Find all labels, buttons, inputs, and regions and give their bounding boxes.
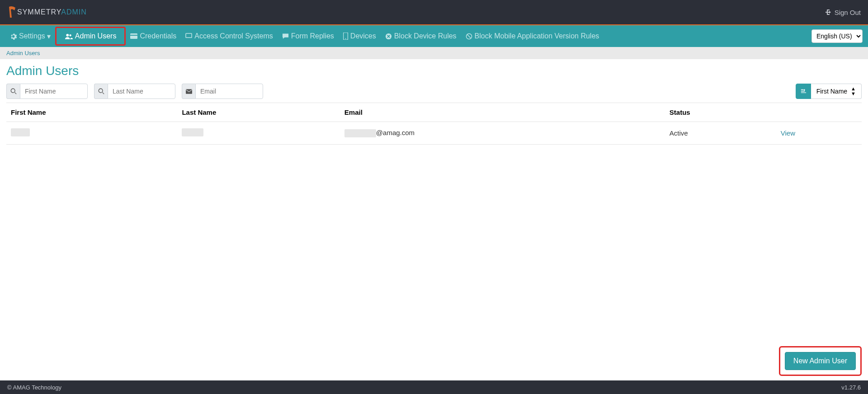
svg-point-9 [11, 89, 15, 93]
nav-block-mobile-rules[interactable]: Block Mobile Application Version Rules [461, 28, 604, 44]
svg-rect-2 [130, 33, 137, 39]
sign-out-button[interactable]: Sign Out [825, 9, 861, 16]
monitor-icon [185, 33, 192, 40]
sort-caret-icon: ▲▼ [851, 86, 856, 96]
redacted-first-name [11, 128, 30, 136]
sort-icon [800, 88, 807, 95]
nav-admin-users[interactable]: Admin Users [60, 28, 121, 44]
table-row: @amag.com Active View [6, 122, 862, 145]
chevron-down-icon: ▾ [47, 32, 51, 41]
svg-point-1 [69, 34, 71, 36]
search-icon [6, 84, 20, 99]
svg-point-6 [345, 38, 346, 39]
view-link[interactable]: View [781, 129, 795, 137]
sort-field-select[interactable]: First Name ▲▼ [811, 84, 862, 99]
nav-settings[interactable]: Settings ▾ [5, 28, 55, 44]
svg-rect-3 [130, 35, 137, 36]
logo-text-1: SYMMETRY [17, 8, 61, 16]
main-nav: Settings ▾ Admin Users Credentials Acces… [0, 25, 868, 47]
brand-logo: SYMMETRYADMIN [7, 6, 87, 19]
nav-access-control[interactable]: Access Control Systems [181, 28, 277, 44]
search-icon [94, 84, 108, 99]
card-icon [130, 33, 137, 39]
mobile-icon [343, 33, 348, 40]
redacted-email-prefix [344, 129, 376, 137]
svg-rect-4 [186, 33, 192, 37]
close-circle-icon [385, 33, 392, 40]
filter-bar: First Name ▲▼ [6, 84, 862, 99]
mail-icon [182, 84, 195, 99]
col-last-name: Last Name [177, 103, 340, 122]
highlight-admin-users: Admin Users [55, 27, 126, 46]
users-icon [65, 33, 73, 40]
breadcrumb-item[interactable]: Admin Users [6, 50, 40, 56]
nav-block-device-rules[interactable]: Block Device Rules [381, 28, 461, 44]
breadcrumb: Admin Users [0, 47, 868, 59]
nav-form-replies[interactable]: Form Replies [278, 28, 339, 44]
first-name-input[interactable] [20, 84, 88, 99]
col-email: Email [340, 103, 665, 122]
nav-credentials[interactable]: Credentials [126, 28, 181, 44]
filter-last-name [94, 84, 175, 99]
block-icon [466, 33, 472, 40]
logo-icon [7, 6, 17, 19]
svg-rect-11 [186, 89, 192, 94]
sign-out-icon [825, 9, 832, 16]
status-cell: Active [665, 122, 776, 145]
sort-direction-button[interactable] [796, 84, 811, 99]
col-first-name: First Name [6, 103, 177, 122]
page-title: Admin Users [6, 64, 862, 78]
gear-icon [10, 33, 17, 40]
top-bar: SYMMETRYADMIN Sign Out [0, 0, 868, 25]
filter-first-name [6, 84, 88, 99]
last-name-input[interactable] [108, 84, 175, 99]
logo-text-2: ADMIN [61, 8, 87, 16]
users-table: First Name Last Name Email Status @amag.… [6, 103, 862, 145]
chat-icon [282, 33, 289, 39]
email-suffix: @amag.com [376, 129, 415, 136]
svg-point-0 [66, 33, 69, 36]
svg-point-10 [99, 89, 103, 93]
nav-devices[interactable]: Devices [339, 28, 381, 44]
filter-email [182, 84, 263, 99]
col-status: Status [665, 103, 776, 122]
redacted-last-name [182, 128, 203, 136]
language-select[interactable]: English (US) [811, 29, 863, 43]
sort-control[interactable]: First Name ▲▼ [796, 84, 862, 99]
email-input[interactable] [195, 84, 263, 99]
